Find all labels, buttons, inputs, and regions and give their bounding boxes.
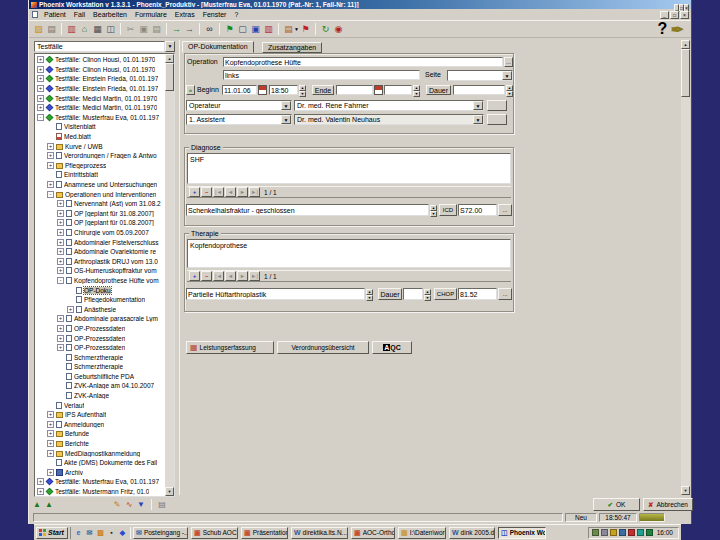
tree-item[interactable]: +Berichte: [36, 439, 166, 449]
task-schub-aoc[interactable]: ▣Schub AOC.ppt: [191, 527, 238, 539]
tree-item[interactable]: +Testfälle: Clinon Housi, 01.01.1970: [36, 55, 166, 65]
diagnose-item-stepper[interactable]: ▲▼: [430, 205, 437, 215]
beginn-time-input[interactable]: [269, 85, 298, 95]
mail-icon[interactable]: ✉: [85, 528, 94, 537]
expand-icon[interactable]: +: [37, 478, 44, 485]
first-record-button[interactable]: |◄: [213, 187, 224, 197]
tree-item[interactable]: +OS-Humeruskopffraktur vom: [36, 266, 166, 276]
tray-display-icon[interactable]: [646, 529, 653, 536]
tree-item[interactable]: +Anästhesie: [36, 304, 166, 314]
expand-icon[interactable]: +: [37, 66, 44, 73]
tree-item[interactable]: +Abdominale Ovariektomie re: [36, 247, 166, 257]
tree-item[interactable]: +Archiv: [36, 468, 166, 478]
expand-icon[interactable]: +: [37, 75, 44, 82]
expand-icon[interactable]: +: [47, 181, 54, 188]
tree-item[interactable]: +Anmeldungen: [36, 420, 166, 430]
expand-icon[interactable]: +: [57, 335, 64, 342]
expand-icon[interactable]: +: [67, 306, 74, 313]
expand-icon[interactable]: +: [47, 469, 54, 476]
next-record-button[interactable]: ►: [237, 187, 248, 197]
tree-item[interactable]: +Testfälle: Medici Martin, 01.01.1970: [36, 103, 166, 113]
show-desktop-icon[interactable]: ◆: [118, 528, 127, 537]
task-dink-2005[interactable]: Wdink 2005.do...: [449, 527, 495, 539]
tree-item[interactable]: +Testfälle: Clinon Housi, 01.01.1970: [36, 65, 166, 75]
calendar-icon[interactable]: [258, 85, 267, 95]
tree-item[interactable]: +Testfälle: Musterfrau Eva, 01.01.197: [36, 477, 166, 487]
import-icon[interactable]: ▤: [45, 23, 58, 36]
diagnose-item-input[interactable]: [186, 204, 429, 216]
menu-item-fenster[interactable]: Fenster: [199, 10, 231, 20]
tree-item[interactable]: +Abdominaler Fistelverschluss: [36, 237, 166, 247]
verordnungsuebersicht-button[interactable]: Verordnungsübersicht: [277, 341, 369, 354]
tree-item[interactable]: ZVK-Anlage: [36, 391, 166, 401]
tree-item[interactable]: +Chirurgie vom 05.09.2007: [36, 228, 166, 238]
sign-pen-icon[interactable]: ✒: [671, 23, 684, 36]
scroll-up-icon[interactable]: ▲: [165, 54, 174, 63]
content-scrollbar[interactable]: ▲ ▼: [681, 40, 690, 495]
icd-more-button[interactable]: ...: [498, 204, 512, 216]
chevron-down-icon[interactable]: ▼: [502, 71, 512, 80]
add-record-button[interactable]: +: [189, 187, 200, 197]
operation-input[interactable]: [223, 57, 503, 67]
tree-item[interactable]: +Kurve / UWB: [36, 141, 166, 151]
paste-icon[interactable]: ▤: [150, 23, 163, 36]
tree-item[interactable]: +Anamnese und Untersuchungen: [36, 180, 166, 190]
ok-button[interactable]: ✔ OK: [593, 498, 640, 511]
stop-icon[interactable]: ◉: [332, 23, 345, 36]
tab-op-dokumentation[interactable]: OP-Dokumentation: [182, 41, 254, 53]
nav-up-icon[interactable]: ▲: [31, 499, 43, 511]
tree-item[interactable]: -Operationen und Interventionen: [36, 189, 166, 199]
add-record-button[interactable]: +: [189, 271, 200, 281]
copy-icon[interactable]: ▣: [137, 23, 150, 36]
expand-icon[interactable]: +: [37, 95, 44, 102]
icd-code-input[interactable]: [458, 204, 497, 216]
page-cancel-icon[interactable]: ▤: [156, 499, 168, 511]
expand-icon[interactable]: +: [57, 239, 64, 246]
seite-combobox[interactable]: ▼: [447, 70, 513, 81]
mdi-restore-icon[interactable]: □: [670, 11, 679, 19]
expand-icon[interactable]: +: [37, 56, 44, 63]
beginn-date-input[interactable]: [222, 85, 257, 95]
filter-funnel-icon[interactable]: ▼: [135, 499, 147, 511]
chevron-down-icon[interactable]: ▼: [473, 101, 483, 110]
home-icon[interactable]: ⌂: [78, 23, 91, 36]
tree-scrollbar-thumb[interactable]: [165, 63, 174, 91]
therapie-dauer-stepper[interactable]: ▲▼: [424, 289, 431, 299]
mdi-close-icon[interactable]: ×: [680, 11, 689, 19]
tree-item[interactable]: -Testfälle: Musterfrau Eva, 01.01.197: [36, 113, 166, 123]
tray-database-icon[interactable]: [637, 529, 644, 536]
expand-icon[interactable]: +: [57, 267, 64, 274]
ende-date-input[interactable]: [336, 85, 373, 95]
refresh-icon[interactable]: ↻: [319, 23, 332, 36]
tree-scrollbar[interactable]: ▲ ▼: [165, 54, 174, 496]
edit-pencil-icon[interactable]: ✎: [111, 499, 123, 511]
calendar-icon[interactable]: [374, 85, 383, 95]
chevron-down-icon[interactable]: ▼: [281, 115, 291, 124]
tree-item[interactable]: +MedDiagnostikanmeldung: [36, 448, 166, 458]
tree-item[interactable]: +IPS Aufenthalt: [36, 410, 166, 420]
collapse-icon[interactable]: -: [37, 114, 44, 121]
nav-up2-icon[interactable]: ▲: [43, 499, 55, 511]
task-praesentation1[interactable]: ▣Präsentation1: [241, 527, 288, 539]
task-phoenix[interactable]: ◫Phoenix Wor...: [498, 527, 546, 539]
stats-icon[interactable]: ▥: [262, 23, 275, 36]
expand-icon[interactable]: +: [47, 411, 54, 418]
help-icon[interactable]: ?: [656, 23, 669, 36]
surgeon-combobox[interactable]: Dr. med. Rene Fahrner ▼: [294, 100, 484, 111]
menu-item-extras[interactable]: Extras: [171, 10, 199, 20]
expand-icon[interactable]: +: [57, 344, 64, 351]
tree-item[interactable]: +Testfälle: Medici Martin, 01.01.1970: [36, 93, 166, 103]
menu-item-bearbeiten[interactable]: Bearbeiten: [89, 10, 131, 20]
tree-item[interactable]: +OP-Prozessdaten: [36, 343, 166, 353]
therapie-item-stepper[interactable]: ▲▼: [366, 289, 373, 299]
chevron-down-icon[interactable]: ▼: [473, 115, 483, 124]
icd-button[interactable]: ICD: [439, 204, 457, 216]
last-record-button[interactable]: ►|: [249, 271, 260, 281]
chop-button[interactable]: CHOP: [434, 288, 457, 300]
task-aoc-ortho[interactable]: ▣AOC-Ortho.ppt: [351, 527, 395, 539]
ende-time-stepper[interactable]: ▲▼: [413, 85, 420, 95]
cut-icon[interactable]: ✂: [124, 23, 137, 36]
expand-icon[interactable]: +: [57, 219, 64, 226]
tree-item[interactable]: ZVK-Anlage am 04.10.2007: [36, 381, 166, 391]
tree-item[interactable]: Geburtshilfliche PDA: [36, 372, 166, 382]
